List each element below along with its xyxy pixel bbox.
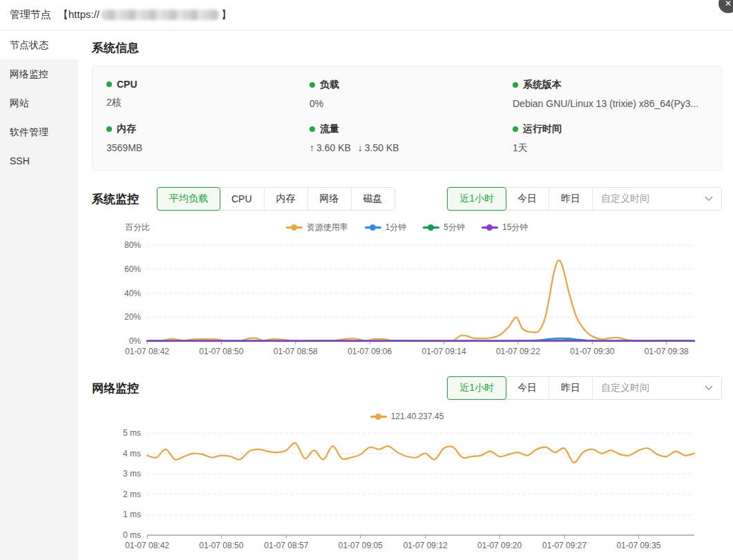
svg-text:01-07 09:05: 01-07 09:05 [339,541,383,550]
topbar: 管理节点 【https:// 】 ✕ [0,0,733,30]
sidebar: 节点状态网络监控网站软件管理SSH [0,30,78,560]
sidebar-item-software-manage[interactable]: 软件管理 [0,117,78,146]
chart-legend: 121.40.237.45 [92,409,722,423]
metric-tab-network[interactable]: 网络 [308,188,352,210]
svg-text:0 ms: 0 ms [123,530,141,540]
network-monitor-title: 网络监控 [92,380,139,396]
system-time-tab-group: 近1小时今日昨日自定义时间 [447,187,722,211]
info-field-memory: 内存3569MB [106,123,301,155]
chart-legend: 百分比资源使用率1分钟5分钟15分钟 [92,220,722,234]
system-info-title: 系统信息 [92,40,722,56]
node-url-redacted [101,10,220,20]
svg-text:01-07 09:35: 01-07 09:35 [616,541,660,550]
chevron-down-icon [705,196,713,202]
svg-text:0%: 0% [129,336,142,346]
svg-text:4 ms: 4 ms [123,449,141,458]
legend-item[interactable]: 121.40.237.45 [370,412,444,421]
green-dot-icon [310,126,315,132]
info-label-memory: 内存 [106,123,301,135]
close-icon: ✕ [725,0,732,8]
green-dot-icon [310,82,315,88]
legend-line-dot-icon [286,226,303,229]
legend-line-dot-icon [482,226,498,229]
green-dot-icon [106,126,112,132]
system-monitor-title: 系统监控 [92,191,139,207]
info-label-load: 负载 [310,79,504,91]
sidebar-item-node-status[interactable]: 节点状态 [0,30,78,59]
upload-arrow-icon: ↑ [310,142,314,153]
node-url-prefix: 【https:// [58,8,99,21]
info-field-cpu: CPU2核 [106,79,301,109]
sidebar-item-network-monitor[interactable]: 网络监控 [0,59,78,88]
svg-text:1 ms: 1 ms [123,510,141,519]
legend-line-dot-icon [370,416,387,418]
svg-text:80%: 80% [124,240,141,250]
y-axis-name: 百分比 [125,222,150,233]
topbar-title: 管理节点 [10,8,51,21]
info-field-uptime: 运行时间1天 [513,123,707,155]
net-time-custom-time-placeholder: 自定义时间 [601,382,649,394]
sys-time-custom-time-select[interactable]: 自定义时间 [593,188,721,210]
svg-text:01-07 09:14: 01-07 09:14 [422,347,466,356]
info-field-load: 负载0% [310,79,504,109]
sidebar-item-ssh[interactable]: SSH [0,146,78,175]
network-ping-chart: 121.40.237.450 ms1 ms2 ms3 ms4 ms5 ms01-… [92,409,722,557]
main-content: 系统信息 CPU2核负载0%系统版本Debian GNU/Linux 13 (t… [78,30,733,560]
svg-text:01-07 08:50: 01-07 08:50 [199,347,243,356]
svg-text:01-07 09:06: 01-07 09:06 [348,347,392,356]
info-value-traffic: ↑3.60 KB↓3.50 KB [310,142,504,153]
info-value-memory: 3569MB [106,142,301,153]
svg-text:40%: 40% [124,289,141,298]
net-time-tab-yesterday[interactable]: 昨日 [549,377,593,399]
metric-tab-disk[interactable]: 磁盘 [352,188,394,210]
svg-text:01-07 08:58: 01-07 08:58 [274,347,318,356]
sys-time-tab-last-1h[interactable]: 近1小时 [447,187,506,211]
info-label-os: 系统版本 [513,79,707,91]
svg-text:2 ms: 2 ms [123,490,141,499]
svg-text:01-07 09:27: 01-07 09:27 [542,541,587,550]
net-time-tab-today[interactable]: 今日 [506,377,549,399]
legend-item[interactable]: 5分钟 [423,222,465,233]
legend-item[interactable]: 1分钟 [365,222,407,233]
legend-item[interactable]: 资源使用率 [286,222,348,233]
info-label-uptime: 运行时间 [513,123,707,135]
info-field-os: 系统版本Debian GNU/Linux 13 (trixie) x86_64(… [513,79,707,109]
svg-text:01-07 09:38: 01-07 09:38 [645,347,689,356]
svg-text:01-07 08:42: 01-07 08:42 [125,541,169,550]
net-time-tab-last-1h[interactable]: 近1小时 [447,376,506,400]
sys-time-tab-today[interactable]: 今日 [506,188,549,210]
svg-text:5 ms: 5 ms [123,428,141,438]
svg-text:01-07 08:42: 01-07 08:42 [125,347,169,356]
info-value-os: Debian GNU/Linux 13 (trixie) x86_64(Py3.… [513,98,707,109]
green-dot-icon [513,126,518,132]
chevron-down-icon [705,385,713,391]
info-label-cpu: CPU [106,79,301,90]
info-field-traffic: 流量↑3.60 KB↓3.50 KB [310,123,504,155]
node-url: 【https:// 】 [58,8,231,21]
svg-text:01-07 09:30: 01-07 09:30 [570,347,614,356]
svg-text:60%: 60% [124,264,141,274]
network-time-tab-group: 近1小时今日昨日自定义时间 [447,376,722,400]
system-monitor-header: 系统监控 平均负载CPU内存网络磁盘 近1小时今日昨日自定义时间 [92,187,722,211]
svg-text:01-07 09:20: 01-07 09:20 [477,541,522,550]
system-load-chart: 百分比资源使用率1分钟5分钟15分钟0%20%40%60%80%01-07 08… [92,220,722,360]
net-time-custom-time-select[interactable]: 自定义时间 [593,377,721,399]
green-dot-icon [513,82,518,88]
svg-text:01-07 09:12: 01-07 09:12 [403,541,448,550]
metric-tab-memory[interactable]: 内存 [265,188,308,210]
svg-text:20%: 20% [124,312,141,322]
network-monitor-header: 网络监控 近1小时今日昨日自定义时间 [92,376,722,400]
metric-tab-load-average[interactable]: 平均负载 [157,187,220,211]
legend-item[interactable]: 15分钟 [482,222,528,233]
sidebar-item-website[interactable]: 网站 [0,88,78,117]
sys-time-tab-yesterday[interactable]: 昨日 [549,188,593,210]
svg-text:01-07 09:22: 01-07 09:22 [496,347,540,356]
green-dot-icon [106,81,112,87]
node-url-suffix: 】 [221,8,231,21]
legend-line-dot-icon [423,226,439,229]
metric-tab-cpu[interactable]: CPU [220,188,265,210]
svg-text:3 ms: 3 ms [123,469,141,479]
metric-tab-group: 平均负载CPU内存网络磁盘 [157,187,395,211]
info-label-traffic: 流量 [310,123,504,135]
close-button[interactable]: ✕ [718,0,733,13]
